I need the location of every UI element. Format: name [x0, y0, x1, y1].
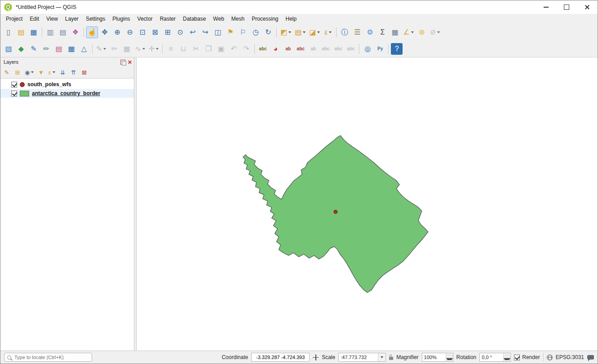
- remove-layer-button[interactable]: ⊠: [79, 67, 89, 77]
- render-checkbox[interactable]: [514, 355, 520, 360]
- refresh-button[interactable]: ↻: [262, 26, 274, 38]
- menu-mesh[interactable]: Mesh: [228, 15, 248, 23]
- new-print-layout-button[interactable]: ▥: [44, 26, 56, 38]
- zoom-last-button[interactable]: ↩: [187, 26, 199, 38]
- zoom-out-button[interactable]: ⊖: [124, 26, 136, 38]
- new-shapefile-layer-button[interactable]: ✎: [28, 43, 40, 55]
- chevron-down-icon: [381, 356, 383, 358]
- zoom-to-selection-button[interactable]: ⊠: [149, 26, 161, 38]
- new-scratch-layer-button[interactable]: ▤: [53, 43, 65, 55]
- locate-box[interactable]: [4, 353, 92, 362]
- pan-to-selection-button[interactable]: ✥: [99, 26, 111, 38]
- temporal-controller-button[interactable]: ◷: [250, 26, 261, 38]
- zoom-native-button[interactable]: ⊙: [174, 26, 186, 38]
- new-spatialite-layer-button[interactable]: ✏: [40, 43, 52, 55]
- measure-button[interactable]: ∠: [402, 26, 415, 38]
- magnifier-decrease-button[interactable]: [446, 358, 453, 362]
- style-manager-button[interactable]: ❖: [70, 26, 81, 38]
- messages-icon[interactable]: [587, 355, 594, 360]
- collapse-all-button[interactable]: ⇈: [68, 67, 78, 77]
- toolbar-separator: [91, 43, 94, 55]
- rotation-spinbox[interactable]: 0,0 °: [479, 353, 511, 362]
- open-project-button[interactable]: ▤: [15, 26, 27, 38]
- identify-features-button[interactable]: ⓘ: [339, 26, 350, 38]
- layer-row-south-poles-wfs[interactable]: south_poles_wfs: [0, 80, 134, 89]
- layer-diagram-button[interactable]: ◕: [270, 43, 281, 55]
- layer-visibility-checkbox[interactable]: [11, 91, 17, 96]
- magnifier-lock-icon[interactable]: [389, 357, 393, 360]
- magnifier-increase-button[interactable]: [446, 353, 453, 358]
- expand-all-button[interactable]: ⇊: [58, 67, 67, 77]
- crs-label[interactable]: EPSG:3031: [556, 354, 584, 360]
- data-source-manager-button[interactable]: ▧: [3, 43, 14, 55]
- panel-float-icon[interactable]: [120, 60, 125, 65]
- new-bookmark-button[interactable]: ⚑: [225, 26, 236, 38]
- deselect-features-button[interactable]: ◪: [308, 26, 321, 38]
- sum-statistics-button[interactable]: Σ: [377, 26, 388, 38]
- show-bookmarks-button[interactable]: ⚐: [237, 26, 249, 38]
- magnifier-spinbox[interactable]: 100%: [422, 353, 453, 362]
- add-group-button[interactable]: ⊞: [13, 67, 22, 77]
- new-project-button[interactable]: ▯: [3, 26, 14, 38]
- new-mesh-layer-button[interactable]: △: [78, 43, 90, 55]
- zoom-next-button[interactable]: ↪: [199, 26, 211, 38]
- help-button[interactable]: ?: [391, 43, 403, 55]
- locate-input[interactable]: [13, 354, 89, 360]
- new-virtual-layer-button[interactable]: ▦: [66, 43, 77, 55]
- menu-help[interactable]: Help: [282, 15, 301, 23]
- menu-project[interactable]: Project: [2, 15, 26, 23]
- crs-globe-icon[interactable]: [547, 355, 553, 360]
- filter-expression-button[interactable]: ε: [47, 67, 57, 77]
- highlight-labels-button[interactable]: abc: [295, 43, 306, 55]
- extents-toggle-icon[interactable]: [313, 355, 319, 360]
- pan-map-button[interactable]: ☝: [86, 26, 98, 38]
- rotation-increase-button[interactable]: [504, 353, 510, 358]
- manage-map-themes-button[interactable]: ◉: [23, 67, 35, 77]
- select-by-value-button[interactable]: ▤: [293, 26, 307, 38]
- menu-settings[interactable]: Settings: [82, 15, 109, 23]
- pin-labels-button[interactable]: ab: [282, 43, 294, 55]
- menu-layer[interactable]: Layer: [62, 15, 82, 23]
- metasearch-button[interactable]: ◎: [362, 43, 373, 55]
- close-button[interactable]: [577, 0, 598, 14]
- menu-view[interactable]: View: [43, 15, 62, 23]
- python-console-button[interactable]: Py: [374, 43, 386, 55]
- toolbar-separator: [387, 43, 390, 55]
- layer-labeling-button[interactable]: abc: [257, 43, 269, 55]
- processing-toolbox-button[interactable]: ⚙: [364, 26, 376, 38]
- scale-combo[interactable]: :47.773.732: [338, 353, 386, 362]
- save-edits-button: ▦: [121, 43, 133, 55]
- menu-raster[interactable]: Raster: [156, 15, 179, 23]
- maximize-button[interactable]: [556, 0, 577, 14]
- attribute-table-button[interactable]: ▦: [389, 26, 401, 38]
- scale-dropdown-button[interactable]: [378, 353, 385, 361]
- rotation-decrease-button[interactable]: [504, 358, 510, 362]
- select-features-button[interactable]: ◩: [279, 26, 292, 38]
- menu-processing[interactable]: Processing: [248, 15, 282, 23]
- new-map-view-button[interactable]: ◫: [212, 26, 224, 38]
- layer-row-antarctica-country-border[interactable]: antarctica_country_border: [0, 89, 134, 98]
- zoom-in-button[interactable]: ⊕: [111, 26, 123, 38]
- menu-web[interactable]: Web: [209, 15, 227, 23]
- menu-plugins[interactable]: Plugins: [109, 15, 133, 23]
- panel-close-icon[interactable]: [128, 60, 132, 64]
- scale-value: :47.773.732: [339, 353, 378, 361]
- layer-visibility-checkbox[interactable]: [11, 82, 17, 88]
- save-project-button[interactable]: ▦: [28, 26, 40, 38]
- coordinate-input[interactable]: [251, 353, 310, 362]
- statistical-summary-button[interactable]: ☰: [351, 26, 363, 38]
- statusbar-separator: [543, 353, 544, 361]
- select-by-expression-button[interactable]: ε: [322, 26, 334, 38]
- zoom-to-layer-button[interactable]: ⊞: [162, 26, 173, 38]
- minimize-button[interactable]: [536, 0, 556, 14]
- filter-legend-button[interactable]: ▼: [36, 67, 46, 77]
- map-tips-button[interactable]: ⊛: [416, 26, 428, 38]
- show-layout-manager-button[interactable]: ▤: [57, 26, 69, 38]
- open-layer-styling-button[interactable]: ✎: [2, 67, 12, 77]
- menu-edit[interactable]: Edit: [26, 15, 43, 23]
- menu-vector[interactable]: Vector: [134, 15, 156, 23]
- new-geopackage-layer-button[interactable]: ◆: [15, 43, 27, 55]
- menu-database[interactable]: Database: [179, 15, 209, 23]
- zoom-full-button[interactable]: ⊡: [137, 26, 148, 38]
- map-canvas[interactable]: [137, 57, 598, 351]
